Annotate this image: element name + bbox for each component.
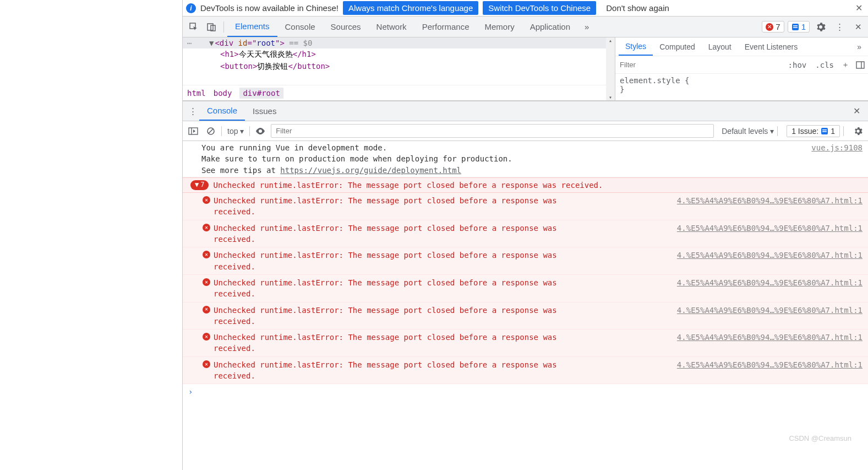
dom-selected-marker: == $0 (289, 39, 312, 47)
error-icon: ✕ (203, 306, 210, 314)
svg-rect-5 (793, 27, 798, 28)
error-icon: ✕ (203, 224, 210, 231)
stab-computed[interactable]: Computed (653, 37, 702, 56)
stab-layout[interactable]: Layout (702, 37, 738, 56)
close-drawer-icon[interactable]: ✕ (849, 106, 865, 116)
clear-console-icon[interactable] (204, 124, 218, 138)
match-language-button[interactable]: Always match Chrome's language (343, 1, 478, 15)
error-message: Unchecked runtime.lastError: The message… (201, 332, 587, 354)
console-body[interactable]: You are running Vue in development mode.… (183, 141, 868, 470)
computed-sidebar-icon[interactable] (853, 61, 868, 69)
error-source-link[interactable]: 4.%E5%A4%A9%E6%B0%94…%9E%E6%80%A7.html:1 (677, 223, 862, 245)
svg-rect-13 (822, 129, 827, 131)
error-message: Unchecked runtime.lastError: The message… (201, 305, 587, 327)
drawer: ⋮ Console Issues ✕ top ▾ Default levels … (183, 101, 868, 470)
device-toggle-icon[interactable] (204, 19, 219, 35)
error-source-link[interactable]: 4.%E5%A4%A9%E6%B0%94…%9E%E6%80%A7.html:1 (677, 195, 862, 218)
tab-application[interactable]: Application (522, 17, 578, 37)
switch-language-button[interactable]: Switch DevTools to Chinese (483, 1, 596, 15)
tab-network[interactable]: Network (369, 17, 414, 37)
error-row: ✕Unchecked runtime.lastError: The messag… (183, 302, 868, 330)
vue-deploy-link[interactable]: https://vuejs.org/guide/deployment.html (280, 166, 461, 175)
console-settings-icon[interactable] (851, 127, 865, 136)
tab-sources[interactable]: Sources (323, 17, 369, 37)
styles-rules[interactable]: element.style { } (615, 74, 868, 96)
error-group-message: Unchecked runtime.lastError: The message… (213, 180, 603, 191)
error-count-badge[interactable]: ✕7 (762, 21, 784, 33)
crumb-html[interactable]: html (187, 89, 206, 98)
kebab-menu-icon[interactable]: ⋮ (832, 19, 847, 35)
watermark: CSDN @Creamsun (789, 434, 851, 442)
collapse-arrow-icon[interactable]: ▼ (209, 39, 214, 47)
error-row: ✕Unchecked runtime.lastError: The messag… (183, 247, 868, 275)
error-source-link[interactable]: 4.%E5%A4%A9%E6%B0%94…%9E%E6%80%A7.html:1 (677, 332, 862, 354)
error-icon: ✕ (203, 278, 210, 286)
log-vue-info: You are running Vue in development mode.… (183, 141, 868, 177)
console-toolbar: top ▾ Default levels ▾ 1 Issue: 1 (183, 121, 868, 141)
log-source-link[interactable]: vue.js:9108 (811, 142, 862, 176)
issues-pill[interactable]: 1 Issue: 1 (787, 125, 840, 137)
error-group-badge: ▼ 7 (190, 180, 209, 190)
error-message: Unchecked runtime.lastError: The message… (201, 359, 587, 382)
new-style-icon[interactable]: ＋ (838, 60, 853, 70)
dom-node-root[interactable]: ▼<div id="root"> == $0 (183, 37, 615, 48)
crumb-body[interactable]: body (214, 89, 232, 98)
tab-memory[interactable]: Memory (477, 17, 522, 37)
drawer-tabstrip: ⋮ Console Issues ✕ (183, 101, 868, 121)
styles-tabstrip: Styles Computed Layout Event Listeners » (615, 37, 868, 56)
console-prompt[interactable]: › (183, 384, 868, 399)
main-tabstrip: Elements Console Sources Network Perform… (183, 17, 868, 37)
stab-styles[interactable]: Styles (619, 37, 653, 56)
error-source-link[interactable]: 4.%E5%A4%A9%E6%B0%94…%9E%E6%80%A7.html:1 (677, 305, 862, 327)
error-row: ✕Unchecked runtime.lastError: The messag… (183, 193, 868, 220)
hov-toggle[interactable]: :hov (784, 61, 811, 69)
styles-filter-bar: :hov .cls ＋ (615, 56, 868, 74)
stab-listeners[interactable]: Event Listeners (738, 37, 805, 56)
crumb-root[interactable]: div#root (239, 88, 283, 99)
more-tabs-icon[interactable]: » (579, 19, 594, 35)
issue-count-badge[interactable]: 1 (788, 21, 810, 33)
tab-performance[interactable]: Performance (414, 17, 477, 37)
dom-node-button[interactable]: <button>切换按钮</button> (183, 61, 615, 73)
close-devtools-icon[interactable]: ✕ (850, 19, 866, 35)
info-icon: i (186, 3, 196, 13)
live-expression-icon[interactable] (253, 124, 268, 138)
inspect-icon[interactable] (186, 19, 201, 35)
svg-rect-4 (793, 25, 798, 26)
dont-show-button[interactable]: Don't show again (600, 1, 675, 15)
error-source-link[interactable]: 4.%E5%A4%A9%E6%B0%94…%9E%E6%80%A7.html:1 (677, 250, 862, 272)
sidebar-toggle-icon[interactable] (186, 124, 200, 138)
rule-element-style: element.style { (620, 76, 864, 85)
tab-elements[interactable]: Elements (227, 17, 277, 37)
error-source-link[interactable]: 4.%E5%A4%A9%E6%B0%94…%9E%E6%80%A7.html:1 (677, 277, 862, 300)
error-row: ✕Unchecked runtime.lastError: The messag… (183, 275, 868, 302)
settings-icon[interactable] (813, 19, 828, 35)
error-message: Unchecked runtime.lastError: The message… (201, 195, 587, 218)
dtab-console[interactable]: Console (199, 101, 245, 121)
error-source-link[interactable]: 4.%E5%A4%A9%E6%B0%94…%9E%E6%80%A7.html:1 (677, 359, 862, 382)
cls-toggle[interactable]: .cls (811, 61, 838, 69)
log-levels-selector[interactable]: Default levels ▾ (722, 127, 774, 136)
error-row: ✕Unchecked runtime.lastError: The messag… (183, 357, 868, 385)
context-selector[interactable]: top ▾ (225, 127, 246, 136)
styles-filter-input[interactable] (615, 56, 784, 73)
dom-scrollbar[interactable]: ▴▾ (606, 37, 615, 100)
styles-more-icon[interactable]: » (854, 42, 865, 51)
close-banner-icon[interactable]: ✕ (853, 3, 865, 13)
dtab-issues[interactable]: Issues (245, 101, 284, 121)
error-row: ✕Unchecked runtime.lastError: The messag… (183, 220, 868, 248)
error-message: Unchecked runtime.lastError: The message… (201, 250, 587, 272)
tab-console[interactable]: Console (277, 17, 323, 37)
error-row: ✕Unchecked runtime.lastError: The messag… (183, 329, 868, 357)
svg-line-11 (209, 129, 213, 133)
issue-count: 1 (801, 22, 806, 31)
drawer-kebab-icon[interactable]: ⋮ (186, 106, 199, 116)
error-group-header[interactable]: ▼ 7 Unchecked runtime.lastError: The mes… (183, 177, 868, 193)
error-message: Unchecked runtime.lastError: The message… (201, 277, 587, 300)
console-filter-input[interactable] (271, 124, 714, 138)
rule-close: } (620, 85, 864, 94)
styles-pane: Styles Computed Layout Event Listeners »… (615, 37, 868, 100)
svg-rect-1 (208, 24, 213, 30)
dom-node-h1[interactable]: <h1>今天天气很炎热</h1> (183, 48, 615, 61)
dom-tree[interactable]: ▼<div id="root"> == $0 <h1>今天天气很炎热</h1> … (183, 37, 615, 100)
